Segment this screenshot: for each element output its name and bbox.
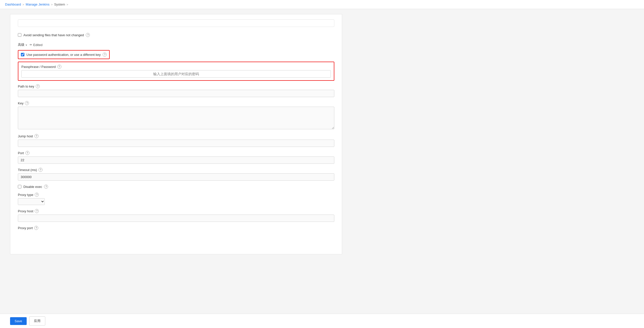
proxy-host-input[interactable] <box>18 215 334 222</box>
breadcrumb: Dashboard > Manage Jenkins > System > <box>0 0 644 9</box>
breadcrumb-sep-2: > <box>51 3 53 6</box>
timeout-label: Timeout (ms) ? <box>18 168 334 172</box>
proxy-port-field: Proxy port ? <box>18 226 334 230</box>
top-section-bar <box>18 19 334 27</box>
path-to-key-field: Path to key ? <box>18 84 334 97</box>
port-help-icon[interactable]: ? <box>25 151 29 155</box>
advanced-toggle[interactable]: 高级 ∨ <box>18 43 27 47</box>
disable-exec-row: Disable exec ? <box>18 185 334 189</box>
disable-exec-checkbox[interactable] <box>18 185 21 188</box>
timeout-field: Timeout (ms) ? 300000 <box>18 168 334 181</box>
timeout-help-icon[interactable]: ? <box>38 168 43 172</box>
breadcrumb-system: System <box>54 3 65 6</box>
key-help-icon[interactable]: ? <box>25 101 29 105</box>
edited-label: Edited <box>33 43 43 47</box>
passphrase-section: Passphrase / Password ? <box>18 62 334 81</box>
breadcrumb-manage-jenkins[interactable]: Manage Jenkins <box>26 3 50 6</box>
use-password-help-icon[interactable]: ? <box>103 53 107 57</box>
jump-host-help-icon[interactable]: ? <box>34 134 38 138</box>
proxy-type-select[interactable]: DIRECT HTTP SOCKS4 SOCKS5 <box>18 198 45 205</box>
key-textarea[interactable] <box>18 107 334 129</box>
proxy-host-help-icon[interactable]: ? <box>35 209 39 213</box>
key-label: Key ? <box>18 101 334 105</box>
path-to-key-label: Path to key ? <box>18 84 334 88</box>
advanced-label: 高级 <box>18 43 24 47</box>
key-field: Key ? <box>18 101 334 130</box>
proxy-host-label: Proxy host ? <box>18 209 334 213</box>
avoid-files-checkbox[interactable] <box>18 33 21 37</box>
passphrase-input[interactable] <box>21 70 331 78</box>
use-password-checkbox[interactable] <box>21 53 24 56</box>
proxy-port-help-icon[interactable]: ? <box>34 226 38 230</box>
jump-host-label: Jump host ? <box>18 134 334 138</box>
disable-exec-label: Disable exec <box>23 185 42 189</box>
edited-badge: ✏ Edited <box>30 43 43 47</box>
timeout-input[interactable]: 300000 <box>18 173 334 181</box>
proxy-type-label: Proxy type ? <box>18 193 334 197</box>
jump-host-input[interactable] <box>18 140 334 147</box>
passphrase-help-icon[interactable]: ? <box>57 65 61 69</box>
proxy-type-help-icon[interactable]: ? <box>35 193 39 197</box>
avoid-files-row: Avoid sending files that have not change… <box>18 31 334 41</box>
port-input[interactable]: 22 <box>18 156 334 164</box>
avoid-files-label: Avoid sending files that have not change… <box>23 33 84 37</box>
path-to-key-help-icon[interactable]: ? <box>36 84 40 88</box>
proxy-port-label: Proxy port ? <box>18 226 334 230</box>
pencil-icon: ✏ <box>30 43 32 47</box>
use-password-section: Use password authentication, or use a di… <box>18 50 110 59</box>
use-password-label: Use password authentication, or use a di… <box>26 53 101 57</box>
advanced-row: 高级 ∨ ✏ Edited <box>18 41 334 50</box>
jump-host-field: Jump host ? <box>18 134 334 147</box>
proxy-type-field: Proxy type ? DIRECT HTTP SOCKS4 SOCKS5 <box>18 193 334 205</box>
disable-exec-help-icon[interactable]: ? <box>44 185 48 189</box>
avoid-files-help-icon[interactable]: ? <box>86 33 90 37</box>
path-to-key-input[interactable] <box>18 90 334 97</box>
breadcrumb-sep-3: > <box>67 3 68 6</box>
chevron-down-icon: ∨ <box>25 44 27 46</box>
port-label: Port ? <box>18 151 334 155</box>
breadcrumb-dashboard[interactable]: Dashboard <box>5 3 21 6</box>
passphrase-label: Passphrase / Password ? <box>21 65 331 69</box>
breadcrumb-sep-1: > <box>23 3 24 6</box>
proxy-host-field: Proxy host ? <box>18 209 334 222</box>
port-field: Port ? 22 <box>18 151 334 164</box>
